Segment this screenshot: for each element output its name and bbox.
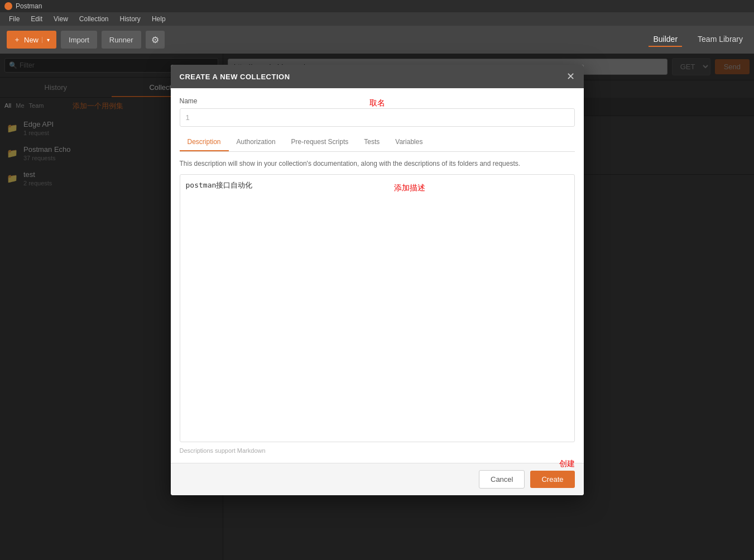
create-button[interactable]: Create: [530, 471, 574, 488]
settings-button[interactable]: ⚙: [146, 31, 165, 49]
menu-edit[interactable]: Edit: [26, 14, 47, 24]
toolbar: ＋ New ▾ Import Runner ⚙ Builder Team Lib…: [0, 26, 754, 54]
description-wrapper: postman接口自动化 添加描述: [180, 174, 575, 444]
app-icon: [4, 2, 12, 10]
description-input[interactable]: postman接口自动化: [180, 174, 575, 442]
modal-footer: 创建 Cancel Create: [171, 463, 584, 495]
app-title: Postman: [16, 2, 42, 10]
modal-tabs: Description Authorization Pre-request Sc…: [180, 133, 575, 152]
modal-tab-variables[interactable]: Variables: [387, 133, 430, 151]
modal-overlay: CREATE A NEW COLLECTION ✕ Name 取名 Descri…: [0, 54, 754, 560]
menu-collection[interactable]: Collection: [75, 14, 113, 24]
modal-header: CREATE A NEW COLLECTION ✕: [171, 65, 584, 88]
name-field-wrapper: 取名: [180, 108, 575, 133]
menu-history[interactable]: History: [116, 14, 145, 24]
plus-icon: ＋: [13, 35, 21, 45]
import-button[interactable]: Import: [61, 31, 97, 49]
modal-tab-prerequest[interactable]: Pre-request Scripts: [284, 133, 357, 151]
tab-builder[interactable]: Builder: [649, 32, 682, 47]
titlebar: Postman: [0, 0, 754, 12]
footer-buttons: 创建 Cancel Create: [479, 470, 575, 489]
tab-team-library[interactable]: Team Library: [693, 32, 747, 47]
modal-body: Name 取名 Description Authorization Pre-re…: [171, 88, 584, 463]
toolbar-right: Builder Team Library: [649, 32, 747, 47]
dropdown-arrow-icon[interactable]: ▾: [42, 37, 50, 43]
new-label: New: [24, 36, 39, 44]
modal-tab-description[interactable]: Description: [180, 133, 229, 151]
menu-view[interactable]: View: [49, 14, 73, 24]
create-collection-modal: CREATE A NEW COLLECTION ✕ Name 取名 Descri…: [171, 65, 584, 495]
menu-help[interactable]: Help: [147, 14, 170, 24]
runner-button[interactable]: Runner: [102, 31, 141, 49]
name-label: Name: [180, 97, 575, 105]
modal-title: CREATE A NEW COLLECTION: [180, 73, 290, 81]
main-layout: 🔍 History Collections All Me Team 📁 ≡ 添加…: [0, 54, 754, 560]
modal-tab-authorization[interactable]: Authorization: [229, 133, 284, 151]
modal-tab-tests[interactable]: Tests: [356, 133, 387, 151]
cancel-button[interactable]: Cancel: [479, 470, 525, 489]
modal-close-button[interactable]: ✕: [566, 71, 575, 82]
markdown-hint: Descriptions support Markdown: [180, 447, 575, 454]
menu-file[interactable]: File: [4, 14, 24, 24]
collection-name-input[interactable]: [180, 108, 575, 127]
new-button[interactable]: ＋ New ▾: [7, 31, 56, 49]
description-hint: This description will show in your colle…: [180, 159, 575, 169]
menubar: File Edit View Collection History Help: [0, 12, 754, 26]
